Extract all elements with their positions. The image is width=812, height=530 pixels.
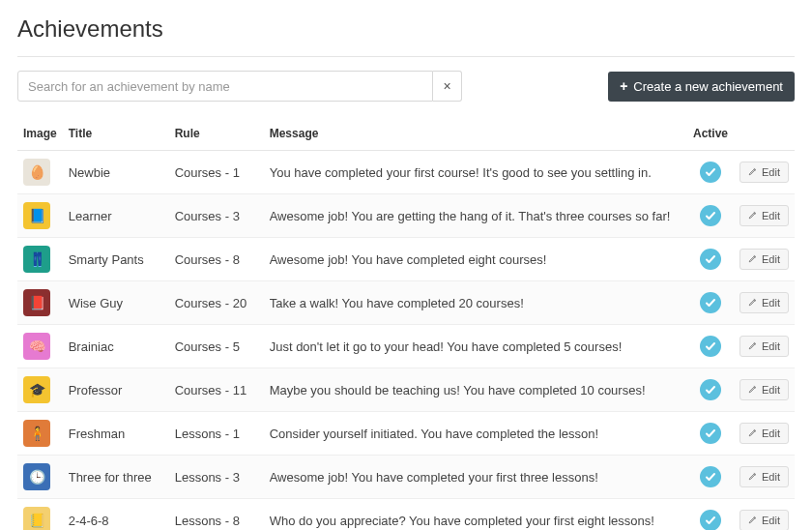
pencil-icon xyxy=(748,384,758,396)
active-check-icon xyxy=(700,466,721,487)
achievement-message: Consider yourself initiated. You have co… xyxy=(264,412,687,456)
achievement-message: Take a walk! You have completed 20 cours… xyxy=(264,281,687,325)
edit-button-label: Edit xyxy=(762,297,780,309)
edit-button-label: Edit xyxy=(762,515,780,526)
pencil-icon xyxy=(748,340,758,352)
active-check-icon xyxy=(700,205,721,226)
achievement-message: Awesome job! You are getting the hang of… xyxy=(264,194,687,238)
achievements-table: Image Title Rule Message Active 🥚NewbieC… xyxy=(17,119,795,530)
achievement-rule: Lessons - 3 xyxy=(169,456,264,499)
edit-button-label: Edit xyxy=(762,340,780,352)
edit-button-label: Edit xyxy=(762,210,780,221)
achievement-title: Wise Guy xyxy=(63,281,169,325)
clear-search-button[interactable]: × xyxy=(433,71,462,102)
active-check-icon xyxy=(700,162,721,183)
table-row: 📒2-4-6-8Lessons - 8Who do you appreciate… xyxy=(17,499,795,531)
achievement-title: Professor xyxy=(63,368,169,412)
table-row: 👖Smarty PantsCourses - 8Awesome job! You… xyxy=(17,238,795,281)
achievement-rule: Courses - 1 xyxy=(169,151,264,194)
achievement-title: Three for three xyxy=(63,456,169,499)
edit-button-label: Edit xyxy=(762,471,780,483)
achievement-title: Freshman xyxy=(63,412,169,456)
edit-button[interactable]: Edit xyxy=(740,336,789,357)
achievement-badge-icon: 📕 xyxy=(23,289,50,316)
table-row: 🧠BrainiacCourses - 5Just don't let it go… xyxy=(17,325,795,368)
achievement-rule: Lessons - 1 xyxy=(169,412,264,456)
table-row: 📘LearnerCourses - 3Awesome job! You are … xyxy=(17,194,795,238)
achievement-title: 2-4-6-8 xyxy=(63,499,169,531)
pencil-icon xyxy=(748,210,758,221)
active-check-icon xyxy=(700,423,721,444)
active-check-icon xyxy=(700,510,721,530)
table-row: 🎓ProfessorCourses - 11Maybe you should b… xyxy=(17,368,795,412)
achievement-badge-icon: 🧍 xyxy=(23,420,50,447)
edit-button-label: Edit xyxy=(762,427,780,439)
edit-button[interactable]: Edit xyxy=(740,249,789,270)
active-check-icon xyxy=(700,292,721,313)
active-check-icon xyxy=(700,336,721,357)
page-title: Achievements xyxy=(17,15,795,43)
pencil-icon xyxy=(748,515,758,526)
achievement-badge-icon: 🕒 xyxy=(23,463,50,490)
achievement-message: Just don't let it go to your head! You h… xyxy=(264,325,687,368)
edit-button-label: Edit xyxy=(762,384,780,396)
plus-icon: + xyxy=(620,79,627,93)
pencil-icon xyxy=(748,297,758,309)
edit-button-label: Edit xyxy=(762,253,780,265)
achievement-badge-icon: 🧠 xyxy=(23,333,50,360)
col-header-image: Image xyxy=(17,119,63,151)
col-header-message: Message xyxy=(264,119,687,151)
pencil-icon xyxy=(748,427,758,439)
achievement-badge-icon: 🥚 xyxy=(23,159,50,186)
achievement-rule: Courses - 3 xyxy=(169,194,264,238)
divider xyxy=(17,56,795,57)
create-achievement-button[interactable]: + Create a new achievement xyxy=(608,72,795,102)
achievement-badge-icon: 📘 xyxy=(23,202,50,229)
achievement-badge-icon: 🎓 xyxy=(23,376,50,403)
pencil-icon xyxy=(748,166,758,178)
active-check-icon xyxy=(700,249,721,270)
achievement-title: Brainiac xyxy=(63,325,169,368)
edit-button[interactable]: Edit xyxy=(740,205,789,226)
create-button-label: Create a new achievement xyxy=(633,79,783,94)
pencil-icon xyxy=(748,471,758,483)
achievement-rule: Lessons - 8 xyxy=(169,499,264,531)
achievement-title: Newbie xyxy=(63,151,169,194)
achievement-message: You have completed your first course! It… xyxy=(264,151,687,194)
col-header-edit xyxy=(734,119,795,151)
active-check-icon xyxy=(700,379,721,400)
table-row: 🧍FreshmanLessons - 1Consider yourself in… xyxy=(17,412,795,456)
edit-button[interactable]: Edit xyxy=(740,292,789,313)
achievement-rule: Courses - 5 xyxy=(169,325,264,368)
achievement-title: Smarty Pants xyxy=(63,238,169,281)
edit-button[interactable]: Edit xyxy=(740,379,789,400)
achievement-badge-icon: 📒 xyxy=(23,507,50,530)
edit-button[interactable]: Edit xyxy=(740,162,789,183)
achievement-rule: Courses - 20 xyxy=(169,281,264,325)
search-group: × xyxy=(17,71,462,102)
achievement-rule: Courses - 11 xyxy=(169,368,264,412)
close-icon: × xyxy=(443,78,450,94)
edit-button[interactable]: Edit xyxy=(740,423,789,444)
achievement-message: Who do you appreciate? You have complete… xyxy=(264,499,687,531)
table-row: 🕒Three for threeLessons - 3Awesome job! … xyxy=(17,456,795,499)
edit-button-label: Edit xyxy=(762,166,780,178)
achievement-message: Maybe you should be teaching us! You hav… xyxy=(264,368,687,412)
search-input[interactable] xyxy=(17,71,433,102)
edit-button[interactable]: Edit xyxy=(740,466,789,487)
table-row: 📕Wise GuyCourses - 20Take a walk! You ha… xyxy=(17,281,795,325)
achievement-message: Awesome job! You have completed your fir… xyxy=(264,456,687,499)
achievement-title: Learner xyxy=(63,194,169,238)
edit-button[interactable]: Edit xyxy=(740,510,789,530)
toolbar: × + Create a new achievement xyxy=(17,71,795,102)
achievement-message: Awesome job! You have completed eight co… xyxy=(264,238,687,281)
achievement-rule: Courses - 8 xyxy=(169,238,264,281)
col-header-rule: Rule xyxy=(169,119,264,151)
col-header-active: Active xyxy=(687,119,734,151)
col-header-title: Title xyxy=(63,119,169,151)
pencil-icon xyxy=(748,253,758,265)
achievement-badge-icon: 👖 xyxy=(23,246,50,273)
table-row: 🥚NewbieCourses - 1You have completed you… xyxy=(17,151,795,194)
